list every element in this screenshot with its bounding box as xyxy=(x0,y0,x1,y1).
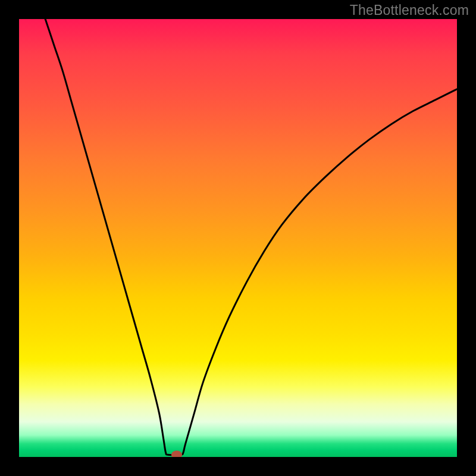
plot-area xyxy=(19,19,457,457)
watermark-text: TheBottleneck.com xyxy=(350,2,469,18)
bottleneck-curve xyxy=(19,19,457,457)
optimal-marker xyxy=(171,450,182,457)
chart-frame: TheBottleneck.com xyxy=(0,0,476,476)
